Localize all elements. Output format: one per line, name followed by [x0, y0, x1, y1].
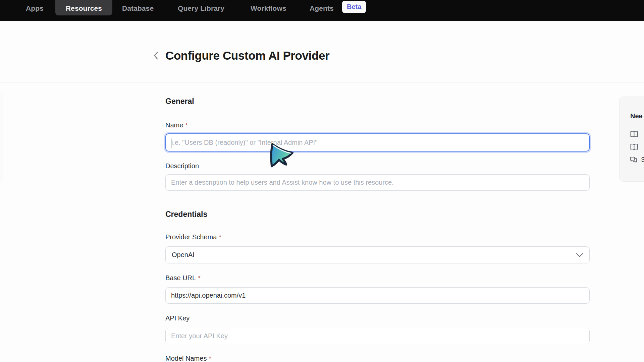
nav-tab-database[interactable]: Database	[122, 2, 154, 15]
provider-schema-select[interactable]: OpenAI	[165, 246, 590, 263]
required-asterisk: *	[209, 355, 211, 362]
open-book-icon	[630, 130, 639, 138]
chevron-left-icon	[153, 51, 159, 60]
name-label-text: Name	[165, 121, 183, 129]
help-panel: Nee S	[619, 97, 644, 182]
name-field-label: Name*	[165, 121, 188, 129]
provider-schema-selected-value: OpenAI	[172, 251, 195, 259]
required-asterisk: *	[219, 234, 221, 241]
nav-tab-agents[interactable]: Agents	[310, 2, 334, 15]
help-panel-heading: Nee	[630, 112, 643, 120]
nav-tab-workflows[interactable]: Workflows	[251, 2, 286, 15]
chat-bubbles-icon	[630, 156, 638, 164]
left-panel-edge	[0, 93, 3, 181]
configure-ai-provider-page: Apps Resources Database Query Library Wo…	[0, 0, 644, 362]
text-caret	[171, 138, 171, 148]
description-field-label: Description	[165, 162, 199, 170]
header-divider	[0, 82, 644, 82]
description-input[interactable]	[165, 174, 590, 191]
open-book-icon	[630, 143, 639, 151]
model-names-label-text: Model Names	[165, 355, 207, 362]
credentials-section-heading: Credentials	[165, 210, 207, 219]
api-key-field-label: API Key	[165, 314, 190, 322]
general-section-heading: General	[165, 97, 194, 106]
provider-schema-field-label: Provider Schema*	[165, 233, 221, 241]
provider-schema-label-text: Provider Schema	[165, 233, 217, 241]
help-link-docs-1[interactable]	[630, 130, 639, 138]
required-asterisk: *	[198, 275, 200, 282]
base-url-label-text: Base URL	[165, 274, 196, 282]
page-title: Configure Custom AI Provider	[165, 49, 329, 62]
help-link-docs-2[interactable]	[630, 143, 639, 151]
base-url-field-label: Base URL*	[165, 274, 201, 282]
nav-tab-query-library[interactable]: Query Library	[178, 2, 224, 15]
base-url-input[interactable]	[165, 287, 590, 304]
help-link-support[interactable]: S	[630, 156, 644, 164]
help-link-label: S	[641, 156, 644, 164]
back-button[interactable]	[150, 50, 162, 62]
name-input[interactable]	[165, 133, 590, 152]
agents-beta-badge: Beta	[342, 1, 366, 13]
api-key-input[interactable]	[165, 328, 590, 344]
required-asterisk: *	[185, 122, 187, 129]
nav-tab-resources[interactable]: Resources	[55, 2, 112, 15]
nav-tab-apps[interactable]: Apps	[26, 2, 44, 15]
chevron-down-icon	[576, 253, 583, 257]
model-names-field-label: Model Names*	[165, 355, 211, 362]
top-navbar: Apps Resources Database Query Library Wo…	[0, 0, 644, 21]
